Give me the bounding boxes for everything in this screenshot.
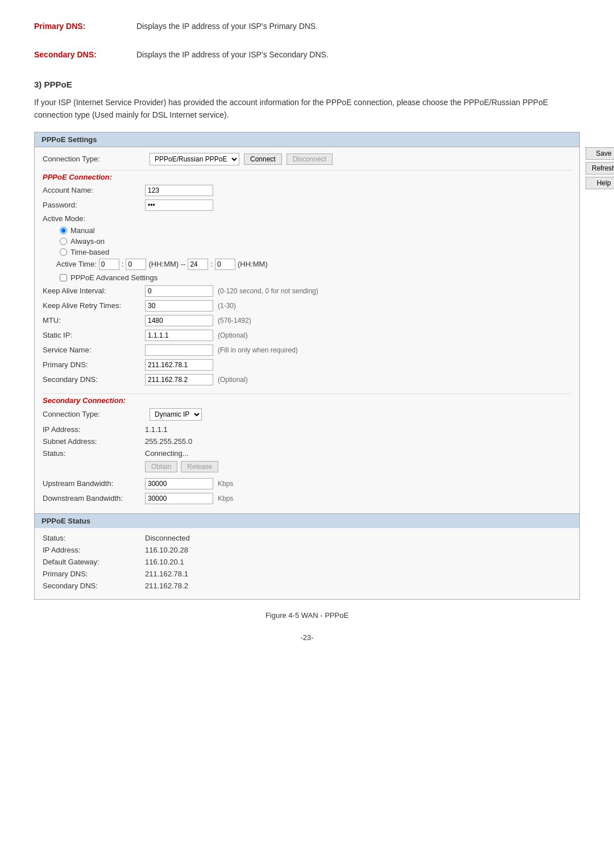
sec-subnet-value: 255.255.255.0 (145, 437, 192, 446)
sec-ip-value: 1.1.1.1 (145, 425, 168, 434)
active-time-start-h[interactable] (99, 259, 119, 270)
disconnect-button[interactable]: Disconnect (287, 153, 333, 165)
status-gateway-row: Default Gateway: 116.10.20.1 (43, 558, 571, 566)
radio-always-on[interactable] (60, 238, 67, 245)
pppoe-settings-box: PPPoE Settings Save Refresh Help Connect… (34, 132, 580, 600)
connect-button[interactable]: Connect (244, 153, 282, 165)
mtu-input[interactable] (145, 315, 213, 326)
password-input[interactable] (145, 200, 213, 211)
figure-caption: Figure 4-5 WAN - PPPoE (34, 611, 580, 620)
pppoe-primary-dns-input[interactable] (145, 359, 213, 371)
pppoe-connection-label: PPPoE Connection: (43, 170, 571, 181)
status-secondary-dns-row: Secondary DNS: 211.162.78.2 (43, 582, 571, 590)
radio-manual[interactable] (60, 227, 67, 234)
password-row: Password: (43, 200, 571, 211)
radio-time-based[interactable] (60, 248, 67, 256)
status-gateway-label: Default Gateway: (43, 558, 145, 566)
radio-always-on-row: Always-on (43, 237, 571, 246)
keep-alive-retry-row: Keep Alive Retry Times: (1-30) (43, 300, 571, 312)
radio-manual-row: Manual (43, 226, 571, 235)
keep-alive-interval-hint: (0-120 second, 0 for not sending) (218, 287, 318, 295)
radio-time-based-row: Time-based (43, 248, 571, 256)
downstream-label: Downstream Bandwidth: (43, 494, 145, 502)
pppoe-box-body: Save Refresh Help Connection Type: PPPoE… (35, 147, 579, 513)
advanced-settings-checkbox[interactable] (60, 274, 67, 281)
status-secondary-dns-value: 211.162.78.2 (145, 582, 188, 590)
service-name-input[interactable] (145, 344, 213, 356)
mtu-label: MTU: (43, 316, 145, 325)
refresh-button[interactable]: Refresh (586, 162, 614, 175)
sec-ip-row: IP Address: 1.1.1.1 (43, 425, 571, 434)
secondary-dns-label: Secondary DNS: (34, 50, 136, 59)
account-name-input[interactable] (145, 185, 213, 196)
pppoe-secondary-dns-row: Secondary DNS: (Optional) (43, 374, 571, 385)
active-time-label: Active Time: (56, 260, 97, 268)
radio-time-based-label: Time-based (70, 248, 109, 256)
upstream-input[interactable] (145, 478, 213, 489)
sec-connection-type-row: Connection Type: Dynamic IP (43, 408, 571, 421)
pppoe-box-header: PPPoE Settings (35, 132, 579, 147)
service-name-row: Service Name: (Fill in only when require… (43, 344, 571, 356)
advanced-settings-checkbox-row: PPPoE Advanced Settings (43, 273, 571, 282)
active-time-row: Active Time: : (HH:MM) -- : (HH:MM) (56, 259, 571, 270)
sec-subnet-label: Subnet Address: (43, 437, 145, 446)
sec-status-value: Connecting... (145, 449, 189, 458)
obtain-button[interactable]: Obtain (145, 461, 177, 472)
upstream-row: Upstream Bandwidth: Kbps (43, 478, 571, 489)
pppoe-secondary-dns-input[interactable] (145, 374, 213, 385)
static-ip-row: Static IP: (Optional) (43, 330, 571, 341)
dns-section: Primary DNS: Displays the IP address of … (34, 17, 580, 64)
active-mode-section: Manual Always-on Time-based Active Time:… (43, 226, 571, 270)
release-button[interactable]: Release (181, 461, 218, 472)
active-time-end-m[interactable] (215, 259, 235, 270)
status-secondary-dns-label: Secondary DNS: (43, 582, 145, 590)
sec-ip-label: IP Address: (43, 425, 145, 434)
secondary-dns-row: Secondary DNS: Displays the IP address o… (34, 45, 580, 64)
active-time-end-h[interactable] (188, 259, 208, 270)
service-name-label: Service Name: (43, 346, 145, 354)
active-time-start-m[interactable] (126, 259, 146, 270)
account-name-row: Account Name: (43, 185, 571, 196)
static-ip-input[interactable] (145, 330, 213, 341)
primary-dns-row: Primary DNS: Displays the IP address of … (34, 17, 580, 35)
service-name-hint: (Fill in only when required) (218, 346, 298, 354)
page-number: -23- (34, 633, 580, 642)
password-label: Password: (43, 201, 145, 209)
sec-status-row: Status: Connecting... (43, 449, 571, 458)
status-primary-dns-row: Primary DNS: 211.162.78.1 (43, 570, 571, 578)
mtu-hint: (576-1492) (218, 317, 251, 325)
static-ip-hint: (Optional) (218, 331, 248, 339)
status-primary-dns-label: Primary DNS: (43, 570, 145, 578)
pppoe-primary-dns-label: Primary DNS: (43, 360, 145, 369)
save-button[interactable]: Save (586, 147, 614, 160)
advanced-settings-label: PPPoE Advanced Settings (70, 273, 157, 282)
secondary-dns-desc: Displays the IP address of your ISP's Se… (136, 50, 329, 59)
downstream-unit: Kbps (218, 495, 233, 502)
status-ip-value: 116.10.20.28 (145, 546, 188, 554)
downstream-input[interactable] (145, 493, 213, 504)
sec-connection-type-select[interactable]: Dynamic IP (150, 408, 202, 421)
help-button[interactable]: Help (586, 177, 614, 189)
connection-type-select[interactable]: PPPoE/Russian PPPoE (150, 153, 239, 165)
status-ip-row: IP Address: 116.10.20.28 (43, 546, 571, 554)
keep-alive-retry-input[interactable] (145, 300, 213, 312)
sec-subnet-row: Subnet Address: 255.255.255.0 (43, 437, 571, 446)
obtain-release-row: Obtain Release (145, 461, 571, 472)
upstream-label: Upstream Bandwidth: (43, 479, 145, 488)
keep-alive-interval-input[interactable] (145, 285, 213, 297)
sec-connection-type-label: Connection Type: (43, 410, 145, 418)
primary-dns-label: Primary DNS: (34, 22, 136, 31)
side-buttons: Save Refresh Help (586, 147, 614, 189)
status-label: Status: (43, 534, 145, 542)
status-ip-label: IP Address: (43, 546, 145, 554)
static-ip-label: Static IP: (43, 331, 145, 339)
active-mode-label-row: Active Mode: (43, 214, 571, 223)
active-mode-label: Active Mode: (43, 214, 145, 223)
pppoe-status-header: PPPoE Status (35, 513, 579, 528)
downstream-row: Downstream Bandwidth: Kbps (43, 493, 571, 504)
keep-alive-interval-label: Keep Alive Interval: (43, 286, 145, 295)
connection-type-label: Connection Type: (43, 155, 145, 163)
pppoe-secondary-dns-hint: (Optional) (218, 376, 248, 384)
keep-alive-retry-hint: (1-30) (218, 302, 236, 310)
pppoe-status-body: Status: Disconnected IP Address: 116.10.… (35, 528, 579, 599)
